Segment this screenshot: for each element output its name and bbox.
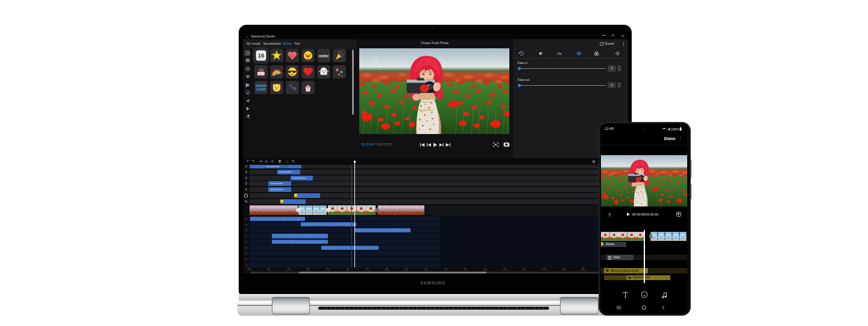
svg-text:100%: 100%: [671, 127, 679, 131]
svg-text:⚙: ⚙: [376, 208, 379, 212]
svg-text:⥂: ⥂: [327, 209, 329, 212]
svg-text:⥂: ⥂: [297, 209, 300, 212]
